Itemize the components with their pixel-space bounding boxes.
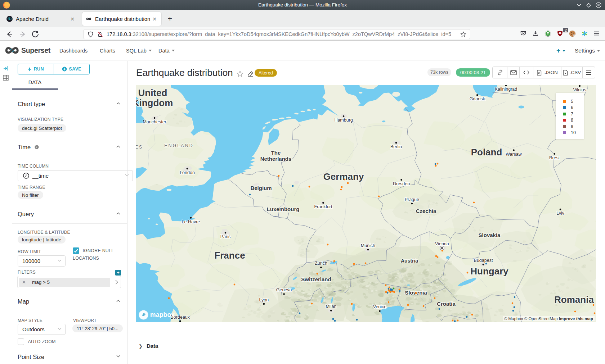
svg-text:Lyon: Lyon <box>259 297 269 302</box>
svg-text:London: London <box>180 170 195 175</box>
svg-text:Vienna: Vienna <box>435 241 449 246</box>
svg-text:Netherlands: Netherlands <box>260 156 292 162</box>
svg-text:Kaliningrad: Kaliningrad <box>495 87 517 92</box>
svg-text:Luxembourg: Luxembourg <box>267 206 300 212</box>
svg-text:France: France <box>214 250 245 261</box>
svg-text:Belgium: Belgium <box>250 185 272 191</box>
svg-text:Slovakia: Slovakia <box>479 232 501 238</box>
svg-text:Berlin: Berlin <box>390 144 402 149</box>
svg-text:United: United <box>138 87 167 98</box>
svg-text:ES: ES <box>136 145 143 150</box>
svg-text:Geneva: Geneva <box>276 287 292 292</box>
svg-text:Dresden: Dresden <box>393 181 410 186</box>
svg-text:Vilnius: Vilnius <box>573 87 586 92</box>
svg-text:Warsaw: Warsaw <box>506 152 522 157</box>
svg-text:Le Havre: Le Havre <box>182 219 200 224</box>
svg-text:Poland: Poland <box>471 147 502 158</box>
svg-text:Prague: Prague <box>405 197 419 202</box>
svg-text:Hungary: Hungary <box>470 266 508 277</box>
svg-text:Brest: Brest <box>549 155 560 160</box>
svg-text:Budapest: Budapest <box>474 258 493 263</box>
svg-text:Milan: Milan <box>326 304 336 309</box>
svg-text:The: The <box>271 150 281 156</box>
svg-text:Croatia: Croatia <box>437 301 456 307</box>
svg-text:Venice: Venice <box>373 304 387 309</box>
svg-text:Lviv: Lviv <box>556 211 564 216</box>
svg-text:Czechia: Czechia <box>416 208 436 214</box>
svg-text:Austria: Austria <box>401 258 418 264</box>
svg-text:Switzerland: Switzerland <box>301 276 331 282</box>
svg-text:ENGLAND: ENGLAND <box>164 143 193 148</box>
svg-text:Zurich: Zurich <box>315 261 327 266</box>
svg-text:Paris: Paris <box>220 234 230 239</box>
svg-text:Kingdom: Kingdom <box>136 97 173 108</box>
svg-text:Munich: Munich <box>361 243 375 248</box>
svg-text:Germany: Germany <box>323 171 364 182</box>
svg-text:Manchester: Manchester <box>143 119 166 124</box>
svg-text:Hamburg: Hamburg <box>334 118 353 123</box>
svg-text:Gdansk: Gdansk <box>470 96 485 101</box>
svg-text:Romania: Romania <box>554 294 594 305</box>
svg-text:Frankfurt: Frankfurt <box>314 204 332 209</box>
